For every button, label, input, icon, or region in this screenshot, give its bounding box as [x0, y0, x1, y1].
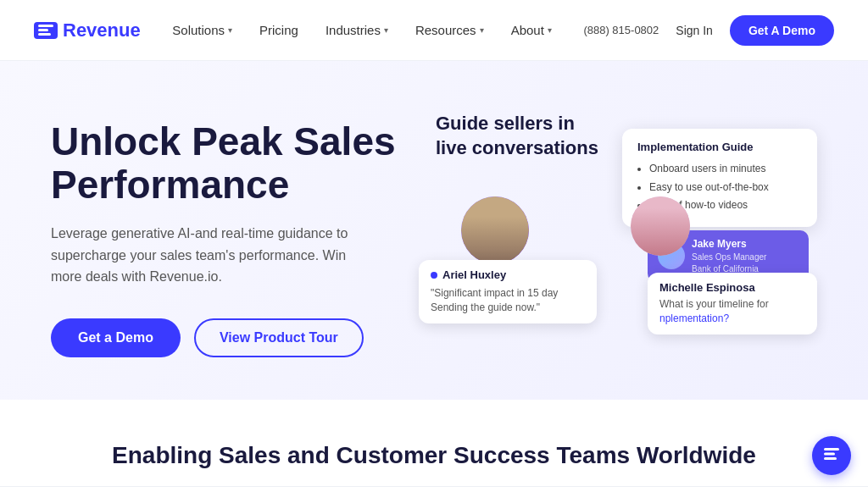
logo-icon — [34, 22, 58, 39]
badge-name: Jake Myers — [692, 237, 766, 252]
impl-link[interactable]: nplementation? — [659, 312, 729, 324]
navbar: Revenue Solutions ▾ Pricing Industries ▾… — [0, 0, 868, 61]
hero-left: Unlock Peak Sales Performance Leverage g… — [51, 112, 410, 357]
nav-links: Solutions ▾ Pricing Industries ▾ Resourc… — [172, 23, 552, 37]
nav-item-industries[interactable]: Industries ▾ — [326, 23, 388, 37]
get-demo-button[interactable]: Get a Demo — [51, 318, 181, 357]
nav-item-pricing[interactable]: Pricing — [259, 23, 298, 37]
svg-rect-3 — [824, 448, 839, 451]
list-item: Easy to use out-of-the-box — [649, 179, 802, 197]
chevron-down-icon: ▾ — [384, 25, 388, 35]
hero-buttons: Get a Demo View Product Tour — [51, 318, 410, 357]
view-product-tour-button[interactable]: View Product Tour — [194, 318, 364, 357]
enabling-title: Enabling Sales and Customer Success Team… — [34, 442, 834, 469]
guide-label: Guide sellers in live conversations — [436, 112, 598, 160]
logo[interactable]: Revenue — [34, 19, 141, 41]
hero-right-mockup: Guide sellers in live conversations Impl… — [410, 112, 817, 366]
chat-name-ariel: Ariel Huxley — [442, 268, 506, 281]
nav-label-industries: Industries — [326, 23, 381, 37]
chat-bubble-impl: Michelle Espinosa What is your timeline … — [648, 273, 817, 334]
list-item: Onboard users in minutes — [649, 160, 802, 179]
signin-link[interactable]: Sign In — [676, 24, 713, 37]
enabling-section: Enabling Sales and Customer Success Team… — [0, 400, 868, 486]
michelle-text: What is your timeline for nplementation? — [659, 297, 805, 326]
chat-widget-button[interactable] — [812, 436, 851, 475]
svg-rect-0 — [38, 25, 53, 27]
chat-bubble-ariel: Ariel Huxley "Significant impact in 15 d… — [419, 260, 597, 323]
chat-text-ariel: "Significant impact in 15 day Sending th… — [431, 286, 585, 315]
chat-widget-icon — [822, 445, 841, 467]
hero-title: Unlock Peak Sales Performance — [51, 120, 410, 206]
nav-item-resources[interactable]: Resources ▾ — [415, 23, 484, 37]
nav-label-solutions: Solutions — [172, 23, 225, 37]
svg-rect-5 — [824, 457, 837, 460]
status-dot — [431, 272, 437, 279]
phone-number: (888) 815-0802 — [583, 24, 659, 36]
testimonials-section: "Simply the best inside sales solution f… — [0, 486, 868, 492]
nav-item-solutions[interactable]: Solutions ▾ — [172, 23, 232, 37]
badge-role: Sales Ops Manager — [692, 252, 766, 263]
logo-text: Revenue — [63, 19, 141, 41]
nav-label-resources: Resources — [415, 23, 476, 37]
svg-rect-1 — [38, 29, 48, 31]
nav-right: (888) 815-0802 Sign In Get A Demo — [583, 15, 834, 46]
chevron-down-icon: ▾ — [228, 25, 232, 35]
svg-rect-4 — [824, 452, 835, 455]
hero-description: Leverage generative AI-and real-time gui… — [51, 223, 373, 288]
avatar-ariel — [461, 196, 529, 264]
chevron-down-icon: ▾ — [480, 25, 484, 35]
nav-label-pricing: Pricing — [259, 23, 298, 37]
chevron-down-icon: ▾ — [548, 25, 552, 35]
hero-section: Unlock Peak Sales Performance Leverage g… — [0, 61, 868, 400]
michelle-name: Michelle Espinosa — [659, 281, 805, 294]
nav-get-demo-button[interactable]: Get A Demo — [730, 15, 834, 46]
nav-item-about[interactable]: About ▾ — [511, 23, 552, 37]
nav-label-about: About — [511, 23, 544, 37]
impl-card-title: Implementation Guide — [637, 141, 802, 153]
svg-rect-2 — [38, 33, 51, 36]
avatar-michelle — [631, 196, 690, 256]
